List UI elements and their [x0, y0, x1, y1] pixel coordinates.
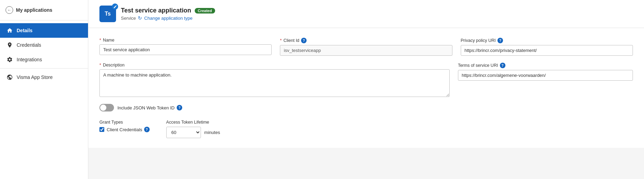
home-icon: [6, 27, 13, 34]
app-title-row: Test service application Created: [121, 7, 215, 14]
store-icon: [6, 74, 13, 81]
privacy-policy-label: Privacy policy URI ?: [461, 38, 633, 43]
privacy-policy-group: Privacy policy URI ?: [461, 38, 633, 56]
app-title: Test service application: [121, 7, 191, 14]
privacy-policy-input[interactable]: [461, 45, 633, 56]
sidebar: ← My applications Details Credentials: [0, 0, 88, 179]
description-textarea[interactable]: A machine to machine application.: [99, 69, 450, 97]
privacy-policy-label-text: Privacy policy URI: [461, 38, 496, 43]
sidebar-item-label-details: Details: [17, 28, 33, 33]
terms-of-service-label-text: Terms of service URI: [458, 63, 498, 68]
form-row-2: * Description A machine to machine appli…: [99, 63, 633, 97]
name-label-text: Name: [103, 38, 114, 43]
terms-of-service-help-icon[interactable]: ?: [500, 63, 505, 68]
terms-of-service-label: Terms of service URI ?: [458, 63, 633, 68]
jwt-help-icon[interactable]: ?: [177, 105, 182, 110]
main-content: Ts Test service application Created Serv…: [88, 0, 644, 179]
sidebar-item-visma-app-store[interactable]: Visma App Store: [0, 70, 88, 84]
sidebar-item-credentials[interactable]: Credentials: [0, 38, 88, 52]
description-label: * Description: [99, 63, 450, 68]
name-required-star: *: [99, 38, 101, 43]
sidebar-item-label-visma-app-store: Visma App Store: [17, 74, 53, 80]
grant-row: Grant Types Client Credentials ? Access …: [99, 120, 633, 138]
client-credentials-label-text: Client Credentials: [107, 127, 142, 132]
name-group: * Name: [99, 38, 272, 56]
back-label: My applications: [16, 7, 52, 13]
app-avatar: Ts: [99, 6, 116, 22]
desc-required-star: *: [99, 63, 101, 68]
grant-types-label: Grant Types: [99, 120, 150, 125]
lifetime-unit: minutes: [204, 130, 220, 135]
toggle-label-text: Include JSON Web Token ID: [117, 105, 175, 110]
toggle-knob: [100, 105, 106, 111]
integrations-icon: [6, 56, 13, 63]
terms-of-service-input[interactable]: [458, 70, 633, 81]
privacy-policy-help-icon[interactable]: ?: [497, 38, 503, 43]
sidebar-item-details[interactable]: Details: [0, 23, 88, 38]
refresh-icon: ↻: [138, 15, 142, 21]
change-application-type-link[interactable]: Change application type: [144, 16, 193, 21]
credentials-icon: [6, 42, 13, 48]
sidebar-item-integrations[interactable]: Integrations: [0, 52, 88, 67]
terms-of-service-group: Terms of service URI ?: [458, 63, 633, 97]
sidebar-item-label-credentials: Credentials: [17, 42, 41, 48]
access-token-lifetime-group: Access Token Lifetime 60 30 120 240 minu…: [166, 120, 220, 138]
client-credentials-help-icon[interactable]: ?: [144, 127, 150, 132]
name-input[interactable]: [99, 44, 272, 55]
client-id-label-text: Client Id: [283, 38, 299, 43]
status-badge: Created: [195, 8, 215, 14]
form-row-1: * Name * Client Id ? Privacy policy URI …: [99, 38, 633, 56]
client-credentials-checkbox[interactable]: [99, 127, 104, 132]
client-credentials-label: Client Credentials ?: [107, 127, 150, 132]
back-button[interactable]: ← My applications: [0, 0, 88, 20]
toggle-label: Include JSON Web Token ID ?: [117, 105, 182, 110]
description-label-text: Description: [103, 63, 125, 68]
back-icon: ←: [6, 6, 13, 14]
client-id-input[interactable]: [280, 45, 452, 56]
description-group: * Description A machine to machine appli…: [99, 63, 450, 97]
toggle-row: Include JSON Web Token ID ?: [99, 104, 633, 111]
client-id-help-icon[interactable]: ?: [301, 38, 307, 43]
app-subtitle: Service ↻ Change application type: [121, 15, 215, 21]
app-header-info: Test service application Created Service…: [121, 7, 215, 21]
sidebar-item-label-integrations: Integrations: [17, 57, 42, 62]
client-id-label: * Client Id ?: [280, 38, 452, 43]
jwt-toggle[interactable]: [99, 104, 114, 111]
sidebar-divider: [0, 68, 88, 69]
lifetime-select[interactable]: 60 30 120 240: [166, 127, 201, 138]
avatar-edit-badge: [112, 3, 118, 10]
form-area: * Name * Client Id ? Privacy policy URI …: [88, 28, 644, 148]
client-id-group: * Client Id ?: [280, 38, 452, 56]
client-id-required-star: *: [280, 38, 282, 43]
name-label: * Name: [99, 38, 272, 43]
sidebar-nav: Details Credentials Integrations: [0, 20, 88, 87]
avatar-initials: Ts: [105, 11, 111, 17]
lifetime-row: 60 30 120 240 minutes: [166, 127, 220, 138]
app-type-label: Service: [121, 16, 136, 21]
client-credentials-row: Client Credentials ?: [99, 127, 150, 132]
access-token-lifetime-label: Access Token Lifetime: [166, 120, 220, 125]
grant-types-group: Grant Types Client Credentials ?: [99, 120, 150, 132]
app-header: Ts Test service application Created Serv…: [88, 0, 644, 28]
